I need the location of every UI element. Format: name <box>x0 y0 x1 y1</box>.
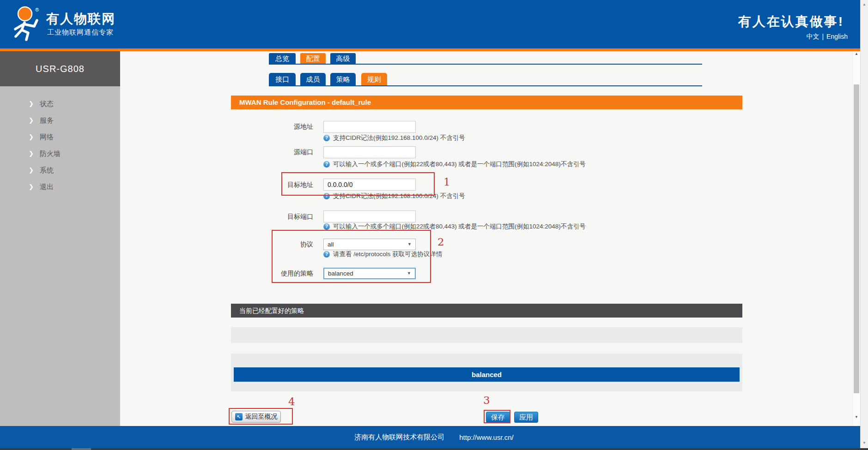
window-scrollbar[interactable]: ▲ ▼ <box>860 0 868 450</box>
annotation-number-1: 1 <box>443 176 450 188</box>
tab-interface[interactable]: 接口 <box>269 73 296 85</box>
sidebar-item-label: 状态 <box>40 100 54 108</box>
secondary-tab-underline <box>269 85 702 86</box>
primary-tab-underline <box>269 64 702 65</box>
form-section-title: MWAN Rule Configuration - default_rule <box>231 96 742 109</box>
annotation-box-3 <box>484 410 510 423</box>
scroll-up-icon[interactable]: ▲ <box>853 52 860 56</box>
source-address-hint: ? 支持CIDR记法(例如192.168.100.0/24) 不含引号 <box>323 134 465 142</box>
policy-balanced-bar: balanced <box>234 367 740 382</box>
scroll-up-icon[interactable]: ▲ <box>861 2 868 6</box>
brand-subtitle: 工业物联网通信专家 <box>47 28 114 37</box>
hint-text: 支持CIDR记法(例如192.168.100.0/24) 不含引号 <box>333 134 465 142</box>
tab-rule[interactable]: 规则 <box>361 73 387 85</box>
dest-port-hint: ? 可以输入一个或多个端口(例如22或者80,443) 或者是一个端口范围(例如… <box>323 223 586 230</box>
header-slogan: 有人在认真做事! <box>738 13 844 30</box>
annotation-box-1 <box>281 172 435 196</box>
footer-company: 济南有人物联网技术有限公司 <box>354 433 444 442</box>
horizontal-scrollbar-thumb[interactable] <box>72 448 91 450</box>
source-address-label: 源地址 <box>239 123 313 131</box>
source-port-hint: ? 可以输入一个或多个端口(例如22或者80,443) 或者是一个端口范围(例如… <box>323 161 586 168</box>
tab-overview[interactable]: 总览 <box>269 53 296 64</box>
tab-advanced[interactable]: 高级 <box>330 53 356 64</box>
sidebar-item-label: 网络 <box>40 133 54 142</box>
content-scrollbar[interactable]: ▲ ▼ <box>852 51 860 426</box>
source-port-input[interactable] <box>323 146 416 158</box>
sidebar-item-firewall[interactable]: ❯ 防火墙 <box>0 146 120 162</box>
chevron-right-icon: ❯ <box>29 100 34 107</box>
tab-policy[interactable]: 策略 <box>330 73 356 85</box>
sidebar-item-label: 系统 <box>40 166 54 175</box>
chevron-right-icon: ❯ <box>29 117 34 124</box>
footer: 济南有人物联网技术有限公司 http://www.usr.cn/ <box>0 426 868 448</box>
sidebar-item-label: 服务 <box>40 116 54 125</box>
horizontal-scrollbar[interactable] <box>0 448 868 450</box>
annotation-number-4: 4 <box>288 396 295 408</box>
sidebar-item-label: 防火墙 <box>40 150 61 158</box>
help-icon: ? <box>323 223 330 230</box>
sidebar-item-label: 退出 <box>40 183 54 192</box>
annotation-number-3: 3 <box>483 394 490 406</box>
sidebar-item-system[interactable]: ❯ 系统 <box>0 162 120 179</box>
header-accent-stripe <box>0 48 868 51</box>
lang-divider: | <box>822 33 824 41</box>
svg-text:®: ® <box>35 7 39 12</box>
hint-text: 可以输入一个或多个端口(例如22或者80,443) 或者是一个端口范围(例如10… <box>333 160 586 168</box>
sidebar-item-network[interactable]: ❯ 网络 <box>0 129 120 146</box>
policy-table-row <box>231 327 742 343</box>
device-model-title: USR-G808 <box>0 51 120 86</box>
lang-en-link[interactable]: English <box>826 33 848 41</box>
tab-member[interactable]: 成员 <box>300 73 326 85</box>
lang-zh-link[interactable]: 中文 <box>806 33 819 41</box>
brand-title: 有人物联网 <box>46 10 115 28</box>
chevron-right-icon: ❯ <box>29 133 34 140</box>
footer-url-link[interactable]: http://www.usr.cn/ <box>459 433 514 441</box>
scroll-down-icon[interactable]: ▼ <box>861 441 868 445</box>
chevron-right-icon: ❯ <box>29 150 34 157</box>
chevron-right-icon: ❯ <box>29 183 34 190</box>
scroll-down-icon[interactable]: ▼ <box>853 415 860 419</box>
annotation-box-4 <box>229 408 293 425</box>
dest-port-label: 目标端口 <box>239 213 313 221</box>
chevron-right-icon: ❯ <box>29 167 34 174</box>
dest-port-input[interactable] <box>323 210 416 222</box>
sidebar-item-logout[interactable]: ❯ 退出 <box>0 179 120 196</box>
language-switcher: 中文 | English <box>806 33 848 41</box>
sidebar: USR-G808 ❯ 状态 ❯ 服务 ❯ 网络 ❯ 防火墙 ❯ 系统 ❯ 退出 <box>0 51 120 426</box>
source-port-label: 源端口 <box>239 148 313 156</box>
sidebar-item-status[interactable]: ❯ 状态 <box>0 96 120 113</box>
tab-configuration[interactable]: 配置 <box>300 53 326 64</box>
content-scrollbar-thumb[interactable] <box>854 84 859 393</box>
policy-section-title: 当前已经配置好的策略 <box>231 304 742 318</box>
policy-table-row <box>231 344 742 353</box>
apply-button[interactable]: 应用 <box>514 412 538 423</box>
annotation-box-2 <box>272 230 431 283</box>
help-icon: ? <box>323 161 330 168</box>
usr-logo-icon: ® <box>7 4 44 45</box>
help-icon: ? <box>323 135 330 141</box>
annotation-number-2: 2 <box>437 236 444 248</box>
sidebar-item-services[interactable]: ❯ 服务 <box>0 113 120 129</box>
source-address-input[interactable] <box>323 121 416 133</box>
